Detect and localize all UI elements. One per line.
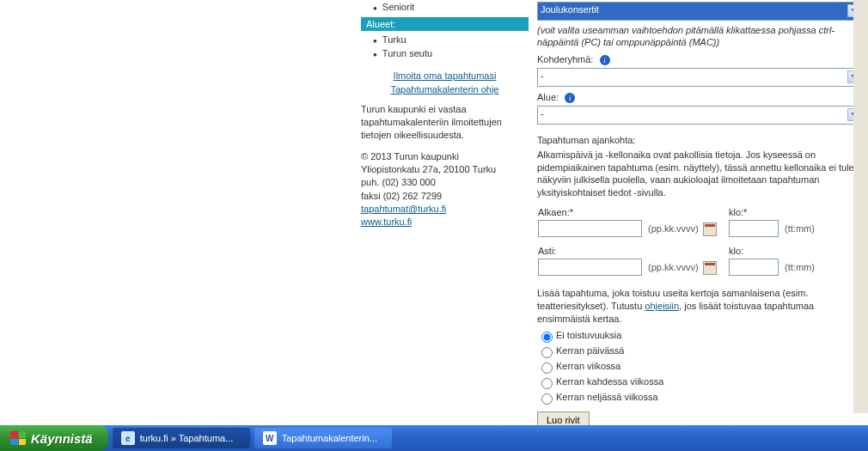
info-icon[interactable]: i [600, 55, 610, 65]
disclaimer-text: Turun kaupunki ei vastaa tapahtumakalent… [361, 96, 529, 142]
sidebar-item[interactable]: Turku [361, 33, 529, 46]
ctrl-hint: (voit valita useamman vaihtoehdon pitämä… [537, 24, 863, 49]
form-main: Joulukonsertit (voit valita useamman vai… [529, 0, 868, 413]
word-icon: W [263, 431, 277, 445]
event-time-desc: Alkamispäivä ja -kellonaika ovat pakolli… [537, 149, 863, 199]
recurrence-help-link[interactable]: ohjeisiin [645, 301, 679, 311]
target-group-select[interactable]: - [537, 68, 863, 87]
email-link[interactable]: tapahtumat@turku.fi [361, 204, 446, 214]
category-select[interactable]: Joulukonsertit [537, 2, 863, 21]
vertical-scrollbar[interactable] [853, 0, 868, 413]
end-date-input[interactable] [538, 259, 642, 276]
windows-logo-icon [10, 431, 26, 445]
sidebar-item[interactable]: Seniorit [361, 0, 529, 14]
klo-label: klo: [728, 245, 816, 258]
recur-option[interactable]: Kerran päivässä [537, 345, 625, 356]
event-time-header: Tapahtuman ajankohta: [537, 135, 863, 145]
recur-option[interactable]: Kerran neljässä viikossa [537, 392, 658, 402]
time-format-hint: (tt:mm) [785, 223, 815, 234]
klo-label: klo:* [728, 206, 816, 219]
end-label: Asti: [537, 245, 728, 258]
start-label: Alkaen:* [537, 206, 728, 219]
taskbar: Käynnistä e turku.fi » Tapahtuma... W Ta… [0, 425, 868, 451]
footer-contact: © 2013 Turun kaupunki Yliopistonkatu 27a… [361, 142, 529, 229]
site-link[interactable]: www.turku.fi [361, 216, 412, 227]
start-time-input[interactable] [729, 220, 779, 237]
recurrence-intro: Lisää tapahtuma, joka toistuu useita ker… [537, 287, 863, 326]
start-button[interactable]: Käynnistä [0, 425, 108, 451]
area-select[interactable]: - [537, 106, 863, 125]
sidebar-section-header: Alueet: [361, 17, 529, 31]
sidebar: Seniorit Alueet: Turku Turun seutu Ilmoi… [361, 0, 529, 413]
taskbar-task-ie[interactable]: e turku.fi » Tapahtuma... [113, 428, 250, 448]
ie-icon: e [121, 431, 135, 445]
link-calendar-help[interactable]: Tapahtumakalenterin ohje [361, 82, 529, 96]
date-format-hint: (pp.kk.vvvv) [648, 262, 699, 272]
recur-option[interactable]: Kerran viikossa [537, 361, 620, 371]
link-submit-event[interactable]: Ilmoita oma tapahtumasi [361, 69, 529, 82]
recur-option[interactable]: Ei toistuvuuksia [537, 330, 621, 340]
taskbar-task-word[interactable]: W Tapahtumakalenterin... [254, 428, 392, 448]
info-icon[interactable]: i [565, 93, 575, 103]
start-date-input[interactable] [538, 220, 642, 237]
sidebar-item[interactable]: Turun seutu [361, 46, 529, 60]
calendar-icon[interactable] [703, 222, 717, 236]
area-label: Alue: [537, 92, 559, 102]
date-format-hint: (pp.kk.vvvv) [648, 223, 699, 234]
calendar-icon[interactable] [703, 261, 717, 275]
end-time-input[interactable] [729, 259, 779, 276]
target-group-label: Kohderyhmä: [537, 54, 593, 64]
recur-option[interactable]: Kerran kahdessa viikossa [537, 376, 663, 387]
time-format-hint: (tt:mm) [785, 262, 815, 272]
